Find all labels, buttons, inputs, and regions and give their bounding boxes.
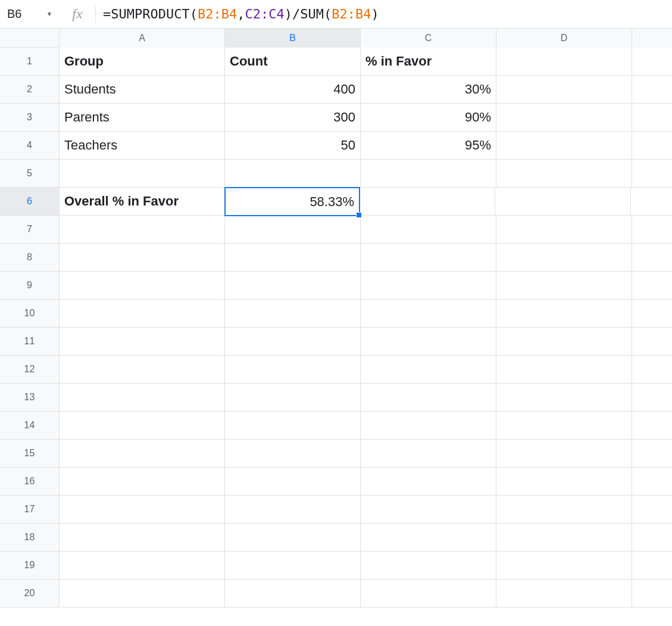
name-box[interactable]: B6 ▼ (0, 0, 60, 28)
cell-A3[interactable]: Parents (60, 104, 225, 132)
row-header-16[interactable]: 16 (0, 468, 60, 496)
row-header-20[interactable]: 20 (0, 580, 60, 608)
cell-E16[interactable] (632, 468, 672, 496)
cell-A2[interactable]: Students (60, 76, 225, 104)
cell-C15[interactable] (361, 440, 496, 468)
cell-E8[interactable] (632, 244, 672, 272)
cell-B4[interactable]: 50 (225, 132, 361, 160)
row-header-12[interactable]: 12 (0, 356, 60, 384)
cell-D12[interactable] (496, 356, 632, 384)
cell-C8[interactable] (361, 244, 496, 272)
row-header-1[interactable]: 1 (0, 48, 60, 76)
cell-B13[interactable] (225, 384, 361, 412)
cell-C11[interactable] (361, 328, 496, 356)
cell-A6[interactable]: Overall % in Favor (60, 188, 225, 216)
row-header-6[interactable]: 6 (0, 188, 60, 216)
row-header-10[interactable]: 10 (0, 300, 60, 328)
cell-E17[interactable] (632, 496, 672, 524)
cell-C9[interactable] (361, 272, 496, 300)
row-header-15[interactable]: 15 (0, 440, 60, 468)
cell-E2[interactable] (632, 76, 672, 104)
cell-A20[interactable] (60, 580, 225, 608)
cell-E14[interactable] (632, 412, 672, 440)
cell-C5[interactable] (361, 160, 496, 188)
col-header-B[interactable]: B (225, 29, 361, 48)
cell-A15[interactable] (60, 440, 225, 468)
cell-E3[interactable] (632, 104, 672, 132)
cell-C17[interactable] (361, 496, 496, 524)
cell-C3[interactable]: 90% (361, 104, 496, 132)
chevron-down-icon[interactable]: ▼ (46, 11, 52, 17)
cell-D7[interactable] (496, 216, 632, 244)
cell-B6[interactable]: 58.33% (224, 187, 360, 216)
cell-D1[interactable] (496, 48, 632, 76)
row-header-17[interactable]: 17 (0, 496, 60, 524)
cell-D10[interactable] (496, 300, 632, 328)
cell-A10[interactable] (60, 300, 225, 328)
cell-E1[interactable] (632, 48, 672, 76)
cell-C20[interactable] (361, 580, 496, 608)
cell-A18[interactable] (60, 524, 225, 552)
cell-C4[interactable]: 95% (361, 132, 496, 160)
cell-D17[interactable] (496, 496, 632, 524)
cell-C12[interactable] (361, 356, 496, 384)
cell-E7[interactable] (632, 216, 672, 244)
cell-D14[interactable] (496, 412, 632, 440)
cell-C10[interactable] (361, 300, 496, 328)
cell-C1[interactable]: % in Favor (361, 48, 496, 76)
cell-D11[interactable] (496, 328, 632, 356)
cell-E18[interactable] (632, 524, 672, 552)
cell-D15[interactable] (496, 440, 632, 468)
cell-B9[interactable] (225, 272, 361, 300)
cell-B8[interactable] (225, 244, 361, 272)
cell-E6[interactable] (631, 188, 672, 216)
cell-B2[interactable]: 400 (225, 76, 361, 104)
row-header-8[interactable]: 8 (0, 244, 60, 272)
cell-C7[interactable] (361, 216, 496, 244)
cell-B19[interactable] (225, 552, 361, 580)
cell-E13[interactable] (632, 384, 672, 412)
cell-B14[interactable] (225, 412, 361, 440)
cell-A9[interactable] (60, 272, 225, 300)
cell-A16[interactable] (60, 468, 225, 496)
row-header-19[interactable]: 19 (0, 552, 60, 580)
cell-D16[interactable] (496, 468, 632, 496)
cell-C14[interactable] (361, 412, 496, 440)
cell-A8[interactable] (60, 244, 225, 272)
cell-A14[interactable] (60, 412, 225, 440)
row-header-11[interactable]: 11 (0, 328, 60, 356)
cell-B3[interactable]: 300 (225, 104, 361, 132)
cell-A7[interactable] (60, 216, 225, 244)
cell-C13[interactable] (361, 384, 496, 412)
cell-A12[interactable] (60, 356, 225, 384)
cell-B16[interactable] (225, 468, 361, 496)
cell-D13[interactable] (496, 384, 632, 412)
cell-D8[interactable] (496, 244, 632, 272)
cell-E15[interactable] (632, 440, 672, 468)
cell-E4[interactable] (632, 132, 672, 160)
cell-A1[interactable]: Group (60, 48, 225, 76)
cell-A11[interactable] (60, 328, 225, 356)
cell-E19[interactable] (632, 552, 672, 580)
row-header-3[interactable]: 3 (0, 104, 60, 132)
cell-D20[interactable] (496, 580, 632, 608)
cell-C16[interactable] (361, 468, 496, 496)
cell-E9[interactable] (632, 272, 672, 300)
cell-C6[interactable] (360, 188, 495, 216)
cell-D3[interactable] (496, 104, 632, 132)
cell-D19[interactable] (496, 552, 632, 580)
row-header-4[interactable]: 4 (0, 132, 60, 160)
formula-input[interactable]: =SUMPRODUCT(B2:B4, C2:C4)/SUM(B2:B4) (95, 5, 672, 22)
cell-D2[interactable] (496, 76, 632, 104)
cell-E5[interactable] (632, 160, 672, 188)
col-header-E[interactable] (632, 29, 672, 48)
row-header-14[interactable]: 14 (0, 412, 60, 440)
cell-C18[interactable] (361, 524, 496, 552)
cell-E10[interactable] (632, 300, 672, 328)
cell-B18[interactable] (225, 524, 361, 552)
cell-B12[interactable] (225, 356, 361, 384)
select-all-corner[interactable] (0, 29, 60, 48)
cell-D9[interactable] (496, 272, 632, 300)
cell-B11[interactable] (225, 328, 361, 356)
cell-B7[interactable] (225, 216, 361, 244)
